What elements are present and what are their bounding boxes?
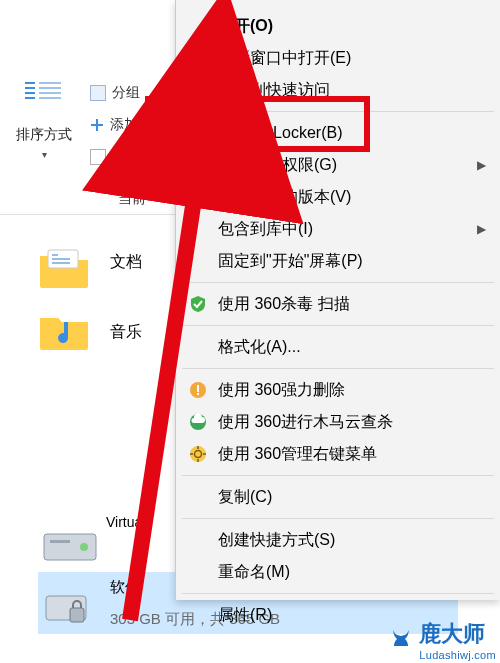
menu-manage-bitlocker[interactable]: 管理 BitLocker(B) [176,117,500,149]
menu-copy[interactable]: 复制(C) [176,481,500,513]
menu-pin-start[interactable]: 固定到"开始"屏幕(P) [176,245,500,277]
virtual-label: Virtua [106,514,142,530]
menu-open-new-window[interactable]: 在新窗口中打开(E) [176,42,500,74]
menu-separator [182,111,494,112]
shield-icon [188,294,208,314]
ribbon-divider [0,214,175,215]
menu-separator [182,282,494,283]
autosize-icon [90,149,106,165]
svg-rect-7 [39,97,61,99]
delete-icon [188,380,208,400]
menu-360-cloud-scan[interactable]: 使用 360进行木马云查杀 [176,406,500,438]
menu-separator [182,475,494,476]
watermark: 鹿大师 Ludashiwj.com [387,619,496,661]
menu-separator [182,593,494,594]
svg-rect-3 [25,97,35,99]
submenu-arrow-icon: ▶ [477,158,486,172]
ribbon-add-columns[interactable]: 添加 [90,112,138,138]
menu-separator [182,368,494,369]
grid-icon [90,85,106,101]
svg-rect-0 [25,82,35,84]
menu-create-shortcut[interactable]: 创建快捷方式(S) [176,524,500,556]
hdd-icon [42,526,98,569]
menu-360-force-delete[interactable]: 使用 360强力删除 [176,374,500,406]
menu-pin-quick-access[interactable]: 固定到快速访问 [176,74,500,106]
ribbon-group-by[interactable]: 分组 [90,80,140,106]
submenu-arrow-icon: ▶ [477,222,486,236]
svg-rect-9 [91,124,103,126]
drive-software[interactable] [42,580,90,631]
sort-button[interactable]: 排序方式 ▾ [14,80,74,161]
svg-point-12 [80,543,88,551]
svg-rect-2 [25,92,35,94]
svg-rect-17 [197,385,199,392]
svg-rect-18 [197,393,199,395]
menu-format[interactable]: 格式化(A)... [176,331,500,363]
context-menu: 打开(O) 在新窗口中打开(E) 固定到快速访问 管理 BitLocker(B)… [175,0,500,600]
svg-rect-4 [39,82,61,84]
folder-documents[interactable] [38,246,90,293]
menu-separator [182,518,494,519]
menu-separator [182,325,494,326]
menu-rename[interactable]: 重命名(M) [176,556,500,588]
music-label: 音乐 [110,322,142,343]
chevron-down-icon: ▾ [42,149,47,160]
menu-restore-previous[interactable]: 还原以前的版本(V) [176,181,500,213]
menu-360-manage-context[interactable]: 使用 360管理右键菜单 [176,438,500,470]
watermark-en: Ludashiwj.com [419,649,496,661]
drive-locked-icon [42,580,90,631]
menu-open[interactable]: 打开(O) [176,10,500,42]
sort-icon [14,80,74,124]
ribbon-autosize[interactable]: 将所 [90,144,140,170]
deer-icon [387,626,415,654]
drive-virtual[interactable] [42,526,98,569]
svg-rect-11 [44,534,96,560]
menu-give-access[interactable]: 授予访问权限(G)▶ [176,149,500,181]
svg-rect-1 [25,87,35,89]
music-folder-icon [38,308,90,355]
svg-rect-13 [50,540,70,543]
cloud-scan-icon [188,412,208,432]
menu-360-scan[interactable]: 使用 360杀毒 扫描 [176,288,500,320]
svg-rect-6 [39,92,61,94]
folder-icon [38,246,90,293]
watermark-cn: 鹿大师 [419,619,496,649]
svg-rect-5 [39,87,61,89]
menu-include-library[interactable]: 包含到库中(I)▶ [176,213,500,245]
documents-label: 文档 [110,252,142,273]
software-label: 软件 [110,578,140,597]
svg-rect-15 [70,608,84,622]
sort-label: 排序方式 [14,126,74,144]
plus-icon [90,118,104,132]
ribbon-group-label: 当前 [118,190,146,208]
gear-icon [188,444,208,464]
